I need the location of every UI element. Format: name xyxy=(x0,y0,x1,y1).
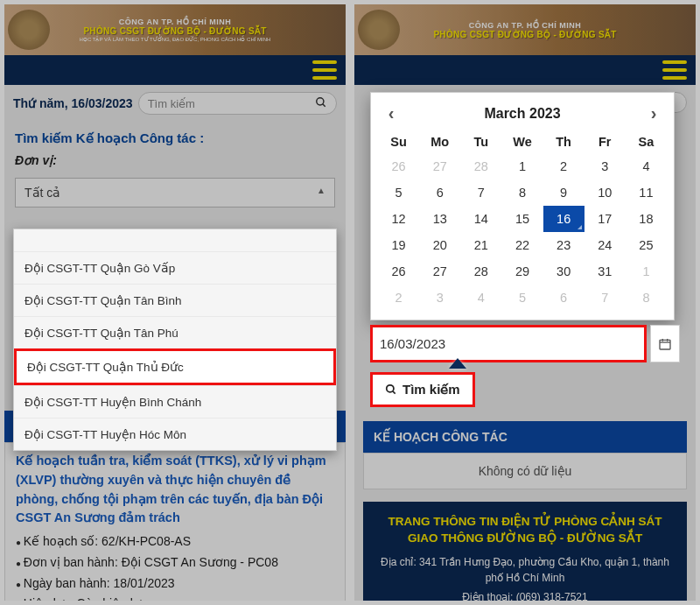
calendar-day[interactable]: 11 xyxy=(626,179,667,206)
calendar-day[interactable]: 6 xyxy=(419,179,460,206)
calendar-icon[interactable] xyxy=(650,325,680,362)
list-item[interactable]: Đội CSGT-TT Huyện Bình Chánh xyxy=(14,385,336,418)
calendar-day[interactable]: 22 xyxy=(501,232,542,258)
calendar-day[interactable]: 3 xyxy=(419,285,460,311)
banner-org: CÔNG AN TP. HỒ CHÍ MINH xyxy=(80,18,271,26)
calendar-day[interactable]: 4 xyxy=(626,153,667,179)
calendar-day[interactable]: 7 xyxy=(584,285,626,311)
list-item[interactable]: Đội CSGT-TT Huyện Hóc Môn xyxy=(14,418,336,450)
calendar-dow: Fr xyxy=(584,130,626,153)
date-input[interactable]: 16/03/2023 xyxy=(370,325,647,362)
plan-date: Ngày ban hành: 18/01/2023 xyxy=(16,573,334,594)
calendar-day[interactable]: 27 xyxy=(419,153,460,179)
section-title: Tìm kiếm Kế hoạch Công tác : xyxy=(4,120,346,151)
calendar-day[interactable]: 12 xyxy=(378,206,419,232)
right-pane: CÔNG AN TP. HỒ CHÍ MINH PHÒNG CSGT ĐƯỜNG… xyxy=(354,4,696,601)
calendar-dow: Th xyxy=(543,130,584,153)
plan-number: Kế hoạch số: 62/KH-PC08-AS xyxy=(16,531,334,552)
menu-icon[interactable] xyxy=(312,60,337,80)
calendar-dow: Tu xyxy=(460,130,501,153)
banner-org: CÔNG AN TP. HỒ CHÍ MINH xyxy=(433,21,616,30)
navbar xyxy=(354,55,696,85)
search-icon[interactable] xyxy=(315,96,327,111)
chevron-up-icon: ▲ xyxy=(317,186,326,200)
left-pane: CÔNG AN TP. HỒ CHÍ MINH PHÒNG CSGT ĐƯỜNG… xyxy=(4,4,346,601)
calendar-day[interactable]: 31 xyxy=(584,258,626,285)
calendar-day[interactable]: 28 xyxy=(460,258,501,285)
calendar-day[interactable]: 26 xyxy=(378,258,419,285)
plan-card: Kế hoạch tuần tra, kiểm soát (TTKS), xử … xyxy=(4,442,346,601)
calendar-day[interactable]: 1 xyxy=(626,258,667,285)
calendar-day[interactable]: 5 xyxy=(501,285,542,311)
select-value: Tất cả xyxy=(24,186,60,200)
unit-label: Đơn vị: xyxy=(4,151,346,172)
calendar-day[interactable]: 16 xyxy=(543,206,584,232)
banner-dept: PHÒNG CSGT ĐƯỜNG BỘ - ĐƯỜNG SẮT xyxy=(80,26,271,36)
calendar-day[interactable]: 8 xyxy=(626,285,667,311)
calendar-day[interactable]: 13 xyxy=(419,206,460,232)
plan-title[interactable]: Kế hoạch tuần tra, kiểm soát (TTKS), xử … xyxy=(16,452,334,528)
unit-dropdown: Đội CSGT-TT Quận Gò VấpĐội CSGT-TT Quận … xyxy=(13,229,337,451)
calendar-day[interactable]: 30 xyxy=(543,258,584,285)
calendar-day[interactable]: 20 xyxy=(419,232,460,258)
calendar-day[interactable]: 17 xyxy=(584,206,626,232)
calendar-day[interactable]: 6 xyxy=(543,285,584,311)
footer-address: Địa chỉ: 341 Trần Hưng Đạo, phường Cầu K… xyxy=(379,547,671,586)
calendar-dow: Sa xyxy=(626,130,667,153)
calendar-day[interactable]: 10 xyxy=(584,179,626,206)
calendar-day[interactable]: 7 xyxy=(460,179,501,206)
calendar-day[interactable]: 25 xyxy=(626,232,667,258)
calendar-day[interactable]: 28 xyxy=(460,153,501,179)
svg-point-0 xyxy=(317,97,324,104)
list-item[interactable]: Đội CSGT-TT Quận Tân Bình xyxy=(14,284,336,316)
calendar-title[interactable]: March 2023 xyxy=(401,106,644,122)
calendar-prev-button[interactable]: ‹ xyxy=(382,103,401,123)
no-data-message: Không có dữ liệu xyxy=(363,453,687,489)
footer-title-2: GIAO THÔNG ĐƯỜNG BỘ - ĐƯỜNG SẮT xyxy=(379,531,671,547)
calendar-day[interactable]: 9 xyxy=(543,179,584,206)
unit-select[interactable]: Tất cả ▲ xyxy=(15,178,335,208)
calendar-day[interactable]: 19 xyxy=(378,232,419,258)
calendar-next-button[interactable]: › xyxy=(644,103,663,123)
calendar-day[interactable]: 2 xyxy=(378,285,419,311)
banner-dept: PHÒNG CSGT ĐƯỜNG BỘ - ĐƯỜNG SẮT xyxy=(433,30,616,39)
calendar-day[interactable]: 27 xyxy=(419,258,460,285)
calendar-day[interactable]: 14 xyxy=(460,206,501,232)
calendar-day[interactable]: 21 xyxy=(460,232,501,258)
calendar-day[interactable]: 1 xyxy=(501,153,542,179)
calendar-day[interactable]: 8 xyxy=(501,179,542,206)
calendar-day[interactable]: 4 xyxy=(460,285,501,311)
navbar xyxy=(4,55,346,85)
calendar-day[interactable]: 26 xyxy=(378,153,419,179)
calendar-day[interactable]: 3 xyxy=(584,153,626,179)
search-button-label: Tìm kiếm xyxy=(402,382,460,397)
list-item[interactable]: Đội CSGT-TT Quận Tân Phú xyxy=(14,316,336,348)
calendar-day[interactable]: 5 xyxy=(378,179,419,206)
menu-icon[interactable] xyxy=(662,60,687,80)
date-picker: ‹ March 2023 › SuMoTuWeThFrSa26272812345… xyxy=(370,92,675,320)
calendar-day[interactable]: 29 xyxy=(501,258,542,285)
banner: CÔNG AN TP. HỒ CHÍ MINH PHÒNG CSGT ĐƯỜNG… xyxy=(4,4,346,55)
banner-slogan: HỌC TẬP VÀ LÀM THEO TƯ TƯỞNG, ĐẠO ĐỨC, P… xyxy=(80,36,271,42)
panel-header: KẾ HOẠCH CÔNG TÁC xyxy=(363,421,687,453)
calendar-day[interactable]: 23 xyxy=(543,232,584,258)
calendar-day[interactable]: 2 xyxy=(543,153,584,179)
list-item[interactable] xyxy=(14,229,336,251)
calendar-dow: Mo xyxy=(419,130,460,153)
list-item[interactable]: Đội CSGT-TT Quận Thủ Đức xyxy=(14,348,336,385)
search-submit-button[interactable]: Tìm kiếm xyxy=(370,372,475,407)
svg-line-1 xyxy=(323,103,326,106)
plan-issuer: Đơn vị ban hành: Đội CSGT An Sương - PC0… xyxy=(16,552,334,573)
search-input[interactable]: Tìm kiếm xyxy=(138,92,337,115)
list-item[interactable]: Đội CSGT-TT Quận Gò Vấp xyxy=(14,251,336,284)
calendar-day[interactable]: 15 xyxy=(501,206,542,232)
calendar-day[interactable]: 18 xyxy=(626,206,667,232)
banner: CÔNG AN TP. HỒ CHÍ MINH PHÒNG CSGT ĐƯỜNG… xyxy=(354,4,696,55)
cursor-pointer-icon xyxy=(449,358,466,369)
svg-rect-4 xyxy=(660,340,670,349)
calendar-day[interactable]: 24 xyxy=(584,232,626,258)
svg-line-9 xyxy=(393,391,396,394)
footer-title-1: TRANG THÔNG TIN ĐIỆN TỬ PHÒNG CẢNH SÁT xyxy=(379,514,671,531)
plan-status: Hiệu lực: Còn hiệu lực xyxy=(16,594,334,601)
calendar-dow: Su xyxy=(378,130,419,153)
